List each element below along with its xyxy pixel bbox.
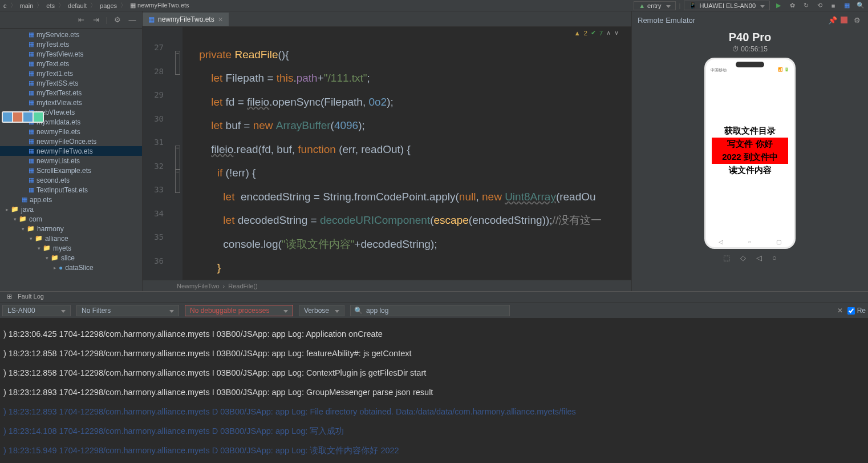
log-line: ) 18:23:14.108 1704-12298/com.harmony.al… <box>3 421 865 441</box>
process-filter[interactable]: No debuggable processes <box>185 305 293 316</box>
sidebar-file[interactable]: ▦newmyFile.ets <box>0 127 142 136</box>
log-search[interactable]: 🔍app log <box>350 305 510 316</box>
editor: ▦ newmyFileTwo.ets ✕ ▲2 ✔7 ∧ ∨ 272829303… <box>143 11 631 291</box>
run-config-dropdown[interactable]: ▲entry <box>634 1 675 10</box>
sidebar-file[interactable]: ▦myText1.ets <box>0 69 142 78</box>
gear-icon[interactable]: ⚙ <box>112 15 123 25</box>
sidebar-file[interactable]: ▦app.ets <box>0 195 142 204</box>
logcat-filter-bar: LS-AN00 No Filters No debuggable process… <box>0 303 868 319</box>
sidebar-folder[interactable]: ▾📁myets <box>0 243 142 253</box>
screen-line-highlighted: 2022 到文件中 <box>712 151 788 164</box>
sidebar-file[interactable]: ▦second.ets <box>0 175 142 185</box>
log-line: ) 18:23:12.858 1704-12298/com.harmony.al… <box>3 344 865 363</box>
expand-icon[interactable]: ⇥ <box>91 15 102 25</box>
run-icon[interactable]: ▶ <box>773 1 784 11</box>
tool-icon[interactable] <box>23 112 33 122</box>
sidebar-folder[interactable]: ▾📁harmony <box>0 224 142 233</box>
project-sidebar: ⇤ ⇥ | ⚙ — ▦myService.ets▦myTest.ets▦myTe… <box>0 11 143 291</box>
tool-icon[interactable] <box>34 112 43 122</box>
sidebar-file[interactable]: ▦myTest.ets <box>0 39 142 49</box>
sidebar-folder[interactable]: ▾📁alliance <box>0 233 142 243</box>
home-icon[interactable]: ○ <box>772 253 777 262</box>
sidebar-file[interactable]: ▦TextInputTest.ets <box>0 185 142 195</box>
sidebar-folder[interactable]: ▸●dataSlice <box>0 263 142 272</box>
layout-icon[interactable]: ▦ <box>842 1 852 11</box>
floating-preview-toolbar[interactable] <box>2 111 44 123</box>
level-filter[interactable]: Verbose <box>299 305 344 316</box>
log-output[interactable]: ) 18:23:06.425 1704-12298/com.harmony.al… <box>0 319 868 456</box>
landscape-icon[interactable]: ⬚ <box>723 253 730 262</box>
log-line: ) 18:23:12.893 1704-12298/com.harmony.al… <box>3 383 865 402</box>
nav-bar: ◁○▢ <box>706 239 794 245</box>
editor-tab[interactable]: ▦ newmyFileTwo.ets ✕ <box>143 13 229 26</box>
log-line: ) 18:23:06.425 1704-12298/com.harmony.al… <box>3 324 865 344</box>
sidebar-file[interactable]: ▦myService.ets <box>0 30 142 39</box>
close-icon[interactable]: ✕ <box>218 16 223 23</box>
sidebar-file[interactable]: ▦ScrollExample.ets <box>0 166 142 175</box>
sidebar-file[interactable]: ▦myTextTest.ets <box>0 88 142 98</box>
device-dropdown[interactable]: 📱HUAWEI ELS-AN00 <box>684 1 770 10</box>
screen-line: 获取文件目录 <box>709 124 790 138</box>
line-gutter[interactable]: 27282930313233343536 <box>143 27 174 280</box>
breadcrumb[interactable]: c〉main〉ets〉default〉pages〉▦ newmyFileTwo.… <box>2 1 190 10</box>
top-toolbar: c〉main〉ets〉default〉pages〉▦ newmyFileTwo.… <box>0 0 868 11</box>
tool-icon[interactable] <box>13 112 22 122</box>
collapse-icon[interactable]: ⇤ <box>76 15 87 25</box>
debug-icon[interactable]: ✿ <box>787 1 797 11</box>
status-bar: 中国移动📶 🔋 <box>709 67 790 73</box>
device-model: P40 Pro <box>632 31 868 44</box>
gear-icon[interactable]: ⚙ <box>852 15 862 25</box>
back-icon[interactable]: ◁ <box>756 253 762 262</box>
sidebar-folder[interactable]: ▸📁java <box>0 204 142 214</box>
sidebar-file[interactable]: ▦myText.ets <box>0 59 142 69</box>
separator: | <box>106 15 108 24</box>
log-line: ) 18:23:12.858 1704-12298/com.harmony.al… <box>3 363 865 383</box>
session-time: ⏱ 00:56:15 <box>632 45 868 53</box>
editor-breadcrumb[interactable]: NewmyFileTwo›ReadFile() <box>143 280 631 291</box>
stop-icon[interactable]: ■ <box>828 1 838 11</box>
sidebar-file[interactable]: ▦myTextSS.ets <box>0 78 142 88</box>
search-icon: 🔍 <box>354 307 363 315</box>
emulator-title: Remote Emulator <box>638 16 695 25</box>
sidebar-file[interactable]: ▦newmyFileOnce.ets <box>0 136 142 146</box>
log-line: ) 18:23:12.893 1704-12298/com.harmony.al… <box>3 402 865 421</box>
tab-label: newmyFileTwo.ets <box>158 15 214 23</box>
attach-icon[interactable]: ↻ <box>801 1 811 11</box>
separator: | <box>679 2 681 9</box>
sidebar-file[interactable]: ▦mytextView.ets <box>0 98 142 107</box>
log-line: ) 18:23:15.949 1704-12298/com.harmony.al… <box>3 441 865 456</box>
emulator-panel: Remote Emulator 📌 ⚙ P40 Pro ⏱ 00:56:15 中… <box>631 11 868 291</box>
regex-label: Re <box>857 307 866 315</box>
device-screen[interactable]: 中国移动📶 🔋 获取文件目录 写文件 你好 2022 到文件中 读文件内容 ◁○… <box>704 58 796 249</box>
sidebar-file[interactable]: ▦newmyList.ets <box>0 156 142 166</box>
screen-line: 读文件内容 <box>709 164 790 177</box>
screen-line-highlighted: 写文件 你好 <box>712 138 788 151</box>
coverage-icon[interactable]: ⟲ <box>814 1 825 11</box>
search-icon[interactable]: 🔍 <box>855 1 866 11</box>
sidebar-file[interactable]: ▦myTestView.ets <box>0 49 142 59</box>
stop-icon[interactable] <box>841 17 847 23</box>
pin-icon[interactable]: 📌 <box>828 16 836 24</box>
filter-dropdown[interactable]: No Filters <box>76 305 179 316</box>
tool-icon[interactable] <box>3 112 12 122</box>
sidebar-file[interactable]: ▦newmyFileTwo.ets <box>0 146 142 156</box>
bottom-tool-tabs[interactable]: ⊞Fault Log <box>0 291 868 303</box>
sidebar-folder[interactable]: ▾📁com <box>0 214 142 224</box>
rotate-icon[interactable]: ◇ <box>740 253 746 262</box>
device-filter[interactable]: LS-AN00 <box>2 305 71 316</box>
fold-gutter[interactable]: −−− <box>174 27 182 280</box>
sidebar-folder[interactable]: ▾📁slice <box>0 253 142 263</box>
notch <box>736 62 764 67</box>
close-icon[interactable]: ✕ <box>835 305 845 316</box>
hide-icon[interactable]: — <box>127 15 137 25</box>
regex-checkbox[interactable] <box>847 307 855 315</box>
code-content[interactable]: private ReadFile(){ let Filepath = this.… <box>182 27 631 280</box>
